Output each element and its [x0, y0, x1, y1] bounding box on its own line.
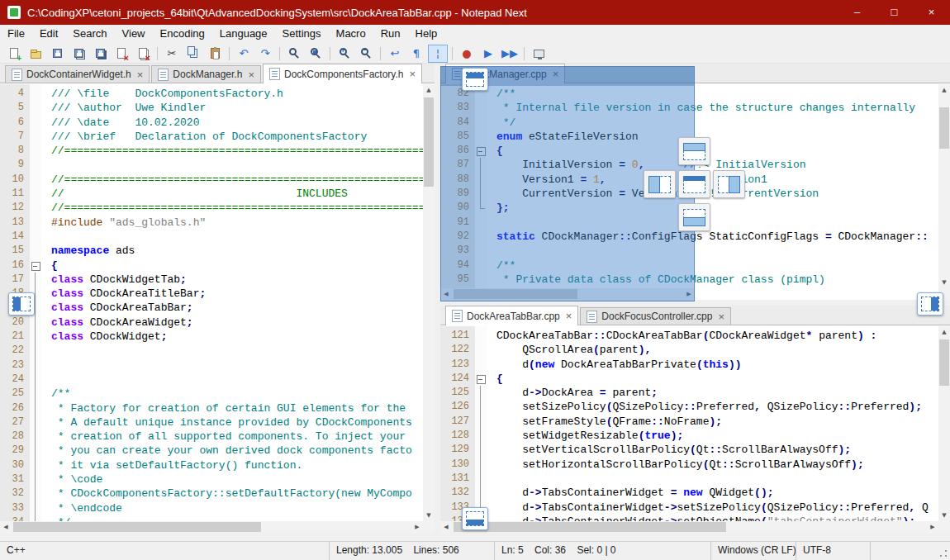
fold-marker[interactable]	[475, 443, 487, 457]
code-line[interactable]: 9	[0, 158, 423, 172]
code-line[interactable]: 19class CDockAreaTabBar;	[0, 301, 423, 315]
scroll-thumb[interactable]	[454, 522, 726, 532]
code-line[interactable]: 131	[440, 472, 938, 486]
code-line[interactable]: 127 setFrameStyle(QFrame::NoFrame);	[440, 415, 938, 429]
code-line[interactable]: 13#include "ads_globals.h"	[0, 216, 423, 230]
save-copy-as-button[interactable]	[69, 45, 88, 63]
scroll-thumb[interactable]	[424, 97, 434, 187]
fold-marker[interactable]	[30, 316, 41, 330]
fold-marker[interactable]	[30, 387, 41, 401]
close-file-button[interactable]	[112, 45, 131, 63]
scroll-right-icon[interactable]: ▶	[927, 521, 938, 533]
menu-language[interactable]: Language	[212, 25, 275, 42]
code-line[interactable]: 33 * \endcode	[0, 501, 423, 515]
tab-DockContainerWidget.h[interactable]: DockContainerWidget.h×	[5, 65, 150, 83]
close-tab-icon[interactable]: ×	[248, 69, 254, 80]
code-line[interactable]: 10//====================================…	[0, 173, 423, 187]
fold-marker[interactable]	[475, 486, 487, 500]
show-indent-guide-button[interactable]: ¦	[428, 45, 448, 63]
menu-help[interactable]: Help	[408, 25, 445, 42]
fold-marker[interactable]	[30, 444, 41, 458]
menu-run[interactable]: Run	[373, 25, 408, 42]
fold-marker[interactable]	[30, 415, 41, 429]
drop-indicator-left-edge[interactable]	[8, 292, 35, 316]
vertical-splitter[interactable]	[435, 64, 440, 533]
fold-marker[interactable]	[30, 259, 41, 273]
monitor-button[interactable]	[529, 45, 549, 63]
tab-DockAreaTabBar.cpp[interactable]: DockAreaTabBar.cpp×	[445, 306, 578, 325]
fold-marker[interactable]	[30, 330, 41, 344]
fold-marker[interactable]	[475, 472, 487, 486]
close-tab-icon[interactable]: ×	[566, 311, 572, 321]
code-area[interactable]: 121CDockAreaTabBar::CDockAreaTabBar(CDoc…	[440, 326, 938, 521]
vertical-scrollbar[interactable]: ▲ ▼	[938, 326, 950, 521]
code-line[interactable]: 27 * A default unique instance provided …	[0, 415, 423, 429]
code-line[interactable]: 28 * creation of all supported component…	[0, 429, 423, 444]
save-all-button[interactable]	[90, 45, 110, 63]
code-line[interactable]: 126 setSizePolicy(QSizePolicy::Preferred…	[440, 400, 938, 414]
fold-marker[interactable]	[475, 372, 487, 386]
tab-DockComponentsFactory.h[interactable]: DockComponentsFactory.h×	[263, 64, 422, 83]
code-line[interactable]: 15namespace ads	[0, 244, 423, 258]
code-line[interactable]: 130 setHorizontalScrollBarPolicy(Qt::Scr…	[440, 458, 938, 472]
editor-dockareatabbar[interactable]: 121CDockAreaTabBar::CDockAreaTabBar(CDoc…	[440, 326, 950, 533]
code-line[interactable]: 30 * it via setDefaultFactory() function…	[0, 458, 423, 472]
replace-button[interactable]	[306, 45, 325, 63]
menu-encoding[interactable]: Encoding	[153, 25, 212, 42]
code-line[interactable]: 26 * Factory for creation of certain GUI…	[0, 401, 423, 415]
vertical-scrollbar[interactable]: ▲ ▼	[938, 84, 950, 288]
maximize-button[interactable]: □	[876, 0, 913, 25]
drop-indicator-bottom[interactable]	[678, 203, 710, 231]
code-line[interactable]: 16{	[0, 259, 423, 273]
close-tab-icon[interactable]: ×	[718, 311, 724, 322]
fold-marker[interactable]	[475, 429, 487, 443]
code-line[interactable]: 23	[0, 358, 423, 373]
code-line[interactable]: 129 setVerticalScrollBarPolicy(Qt::Scrol…	[440, 443, 938, 457]
drop-indicator-right[interactable]	[713, 170, 745, 198]
fold-marker[interactable]	[30, 358, 41, 373]
code-line[interactable]: 125 d->DockArea = parent;	[440, 386, 938, 400]
run-macro-multiple-button[interactable]: ▶▶	[500, 45, 520, 63]
fold-marker[interactable]	[30, 486, 41, 501]
code-line[interactable]: 6/// \date 10.02.2020	[0, 116, 423, 130]
code-line[interactable]: 124{	[440, 372, 938, 386]
fold-marker[interactable]	[475, 458, 487, 472]
close-button[interactable]: ×	[913, 0, 950, 25]
drop-indicator-right-edge[interactable]	[917, 292, 943, 316]
code-line[interactable]: 20class CDockAreaWidget;	[0, 316, 423, 330]
redo-button[interactable]: ↷	[255, 45, 275, 63]
scroll-down-icon[interactable]: ▼	[938, 510, 950, 521]
menu-settings[interactable]: Settings	[275, 25, 329, 42]
fold-marker[interactable]	[30, 515, 41, 521]
word-wrap-button[interactable]: ↩	[385, 45, 405, 63]
fold-marker[interactable]	[30, 429, 41, 444]
scroll-thumb[interactable]	[939, 107, 949, 149]
scroll-right-icon[interactable]: ▶	[411, 521, 423, 533]
scroll-left-icon[interactable]: ◀	[440, 521, 452, 533]
editor-dockcomponentsfactory[interactable]: 4/// \file DockComponentsFactory.h5/// \…	[0, 84, 435, 533]
code-line[interactable]: 133 d->TabsContainerWidget->setSizePolic…	[440, 501, 938, 515]
code-line[interactable]: 18class CDockAreaTitleBar;	[0, 287, 423, 301]
scroll-up-icon[interactable]: ▲	[938, 84, 950, 96]
code-line[interactable]: 4/// \file DockComponentsFactory.h	[0, 87, 423, 101]
fold-marker[interactable]	[30, 273, 41, 287]
menu-edit[interactable]: Edit	[32, 25, 65, 42]
code-line[interactable]: 8//=====================================…	[0, 144, 423, 158]
code-line[interactable]: 5/// \author Uwe Kindler	[0, 101, 423, 115]
scroll-up-icon[interactable]: ▲	[938, 326, 950, 338]
code-line[interactable]: 34 */	[0, 515, 423, 521]
code-line[interactable]: 14	[0, 230, 423, 244]
code-line[interactable]: 32 * CDockComponentsFactory::setDefaultF…	[0, 486, 423, 501]
code-line[interactable]: 11// INCLUDES	[0, 187, 423, 201]
fold-marker[interactable]	[30, 344, 41, 358]
fold-marker[interactable]	[475, 386, 487, 400]
scroll-down-icon[interactable]: ▼	[423, 510, 435, 521]
code-line[interactable]: 17class CDockWidgetTab;	[0, 273, 423, 287]
copy-button[interactable]	[183, 45, 203, 63]
drop-indicator-bottom-edge[interactable]	[462, 507, 488, 530]
fold-marker[interactable]	[30, 373, 41, 387]
close-tab-icon[interactable]: ×	[409, 69, 416, 79]
drop-indicator-center[interactable]	[678, 170, 710, 198]
new-file-button[interactable]	[4, 45, 24, 63]
scroll-down-icon[interactable]: ▼	[938, 277, 950, 288]
